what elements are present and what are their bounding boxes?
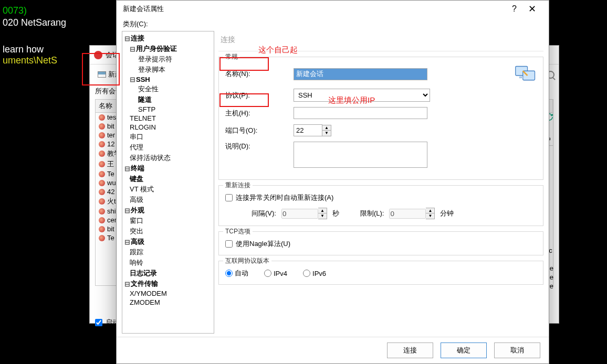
- spin-down-icon[interactable]: ▼: [318, 213, 327, 219]
- nagle-label: 使用Nagle算法(U): [236, 239, 290, 249]
- name-input[interactable]: [294, 68, 427, 80]
- session-icon: [99, 141, 105, 147]
- ipv6-option[interactable]: IPv6: [303, 270, 326, 277]
- session-icon: [99, 189, 105, 195]
- tree-serial[interactable]: 串口: [122, 132, 214, 142]
- protocol-label: 协议(P):: [225, 91, 288, 100]
- tree-ssh[interactable]: ⊟SSH: [122, 75, 214, 84]
- dialog-button-row: 连接 确定 取消: [117, 337, 549, 363]
- ipv4-radio[interactable]: [264, 270, 271, 277]
- limit-input[interactable]: [389, 209, 426, 219]
- ip-auto-radio[interactable]: [225, 270, 233, 277]
- minutes-label: 分钟: [440, 209, 454, 218]
- category-tree[interactable]: ⊟连接 ⊟用户身份验证 登录提示符 登录脚本 ⊟SSH 安全性 隧道 SFTP …: [122, 31, 214, 334]
- reconnect-group: 重新连接 连接异常关闭时自动重新连接(A) 间隔(V): ▲▼ 秒 限制(L):: [218, 185, 543, 226]
- ipv6-radio[interactable]: [303, 270, 310, 277]
- ok-button[interactable]: 确定: [441, 342, 487, 358]
- tcp-group: TCP选项 使用Nagle算法(U): [218, 231, 543, 255]
- interval-input[interactable]: [281, 209, 318, 219]
- spin-down-icon[interactable]: ▼: [322, 131, 331, 136]
- dialog-title: 新建会话属性: [123, 4, 164, 14]
- terminal-line: learn how: [3, 44, 44, 55]
- session-icon: [99, 217, 105, 223]
- host-label: 主机(H):: [225, 109, 288, 118]
- interval-spinner[interactable]: ▲▼: [318, 208, 327, 219]
- reconnect-group-label: 重新连接: [223, 181, 253, 190]
- session-icon: [99, 198, 105, 205]
- port-label: 端口号(O):: [225, 126, 288, 135]
- description-textarea[interactable]: [294, 142, 427, 168]
- tree-keepalive[interactable]: 保持活动状态: [122, 153, 214, 163]
- seconds-label: 秒: [332, 209, 339, 218]
- nagle-checkbox[interactable]: [225, 240, 233, 248]
- tree-term-advanced[interactable]: 高级: [122, 195, 214, 205]
- limit-spinner[interactable]: ▲▼: [426, 208, 435, 219]
- tree-proxy[interactable]: 代理: [122, 142, 214, 153]
- session-icon: [99, 208, 105, 215]
- tree-bell[interactable]: 响铃: [122, 258, 214, 268]
- host-input[interactable]: [294, 107, 427, 119]
- tree-telnet[interactable]: TELNET: [122, 114, 214, 123]
- connection-panel: 连接 常规 名称(N): 协议(P): SSH 主机(H): [218, 31, 543, 334]
- tree-appearance[interactable]: ⊟外观: [122, 205, 214, 216]
- tree-trace[interactable]: 跟踪: [122, 247, 214, 258]
- protocol-select[interactable]: SSH: [294, 89, 430, 102]
- spin-up-icon[interactable]: ▲: [318, 208, 327, 213]
- help-icon[interactable]: ?: [507, 2, 522, 16]
- tree-tunnel[interactable]: 隧道: [122, 94, 214, 105]
- tree-sftp[interactable]: SFTP: [122, 105, 214, 114]
- ip-version-group: 互联网协议版本 自动 IPv4 IPv6: [218, 261, 543, 285]
- session-icon: [515, 65, 537, 83]
- tree-terminal[interactable]: ⊟终端: [122, 163, 214, 174]
- port-spinner[interactable]: ▲▼: [322, 125, 331, 136]
- panel-title: 连接: [218, 31, 543, 51]
- spin-down-icon[interactable]: ▼: [426, 213, 434, 219]
- new-session-icon: [98, 71, 106, 78]
- dialog-titlebar: 新建会话属性 ? ✕: [117, 1, 549, 17]
- close-icon[interactable]: ✕: [522, 1, 542, 17]
- cancel-button[interactable]: 取消: [494, 342, 540, 358]
- new-session-dialog: 新建会话属性 ? ✕ 类别(C): ⊟连接 ⊟用户身份验证 登录提示符 登录脚本…: [116, 0, 549, 364]
- general-group-label: 常规: [223, 52, 240, 61]
- description-label: 说明(D):: [225, 142, 288, 151]
- startup-checkbox[interactable]: [95, 319, 102, 326]
- spin-up-icon[interactable]: ▲: [426, 208, 434, 213]
- ipv4-option[interactable]: IPv4: [264, 270, 287, 277]
- auto-reconnect-label: 连接异常关闭时自动重新连接(A): [236, 193, 333, 202]
- tree-login-prompt[interactable]: 登录提示符: [122, 54, 214, 65]
- port-input[interactable]: [294, 124, 322, 136]
- ip-auto-option[interactable]: 自动: [225, 269, 248, 278]
- svg-rect-2: [519, 77, 524, 79]
- tree-auth[interactable]: ⊟用户身份验证: [122, 44, 214, 54]
- tree-advanced[interactable]: ⊟高级: [122, 237, 214, 247]
- session-icon: [99, 180, 105, 186]
- tree-highlight[interactable]: 突出: [122, 226, 214, 237]
- tree-window[interactable]: 窗口: [122, 216, 214, 226]
- auto-reconnect-checkbox[interactable]: [225, 194, 233, 201]
- tree-file-transfer[interactable]: ⊟文件传输: [122, 279, 214, 289]
- category-label: 类别(C):: [117, 17, 549, 30]
- interval-label: 间隔(V):: [252, 209, 276, 218]
- tcp-group-label: TCP选项: [223, 227, 253, 236]
- limit-label: 限制(L):: [360, 209, 384, 218]
- session-icon: [99, 235, 105, 241]
- terminal-line: uments\NetS: [3, 55, 57, 66]
- spin-up-icon[interactable]: ▲: [322, 125, 331, 131]
- tree-zmodem[interactable]: ZMODEM: [122, 298, 214, 307]
- name-label: 名称(N):: [225, 69, 288, 79]
- tree-vt-mode[interactable]: VT 模式: [122, 184, 214, 195]
- tree-security[interactable]: 安全性: [122, 84, 214, 94]
- tree-keyboard[interactable]: 键盘: [122, 174, 214, 184]
- tree-xymodem[interactable]: X/YMODEM: [122, 289, 214, 298]
- session-icon: [99, 132, 105, 138]
- connect-button[interactable]: 连接: [387, 342, 433, 358]
- tree-log[interactable]: 日志记录: [122, 268, 214, 279]
- session-icon: [99, 151, 105, 157]
- tree-rlogin[interactable]: RLOGIN: [122, 123, 214, 132]
- tree-login-script[interactable]: 登录脚本: [122, 65, 214, 75]
- tree-connection[interactable]: ⊟连接: [122, 33, 214, 44]
- session-icon: [99, 123, 105, 130]
- session-icon: [99, 171, 105, 177]
- app-icon: [94, 51, 102, 59]
- general-group: 常规 名称(N): 协议(P): SSH 主机(H):: [218, 57, 543, 180]
